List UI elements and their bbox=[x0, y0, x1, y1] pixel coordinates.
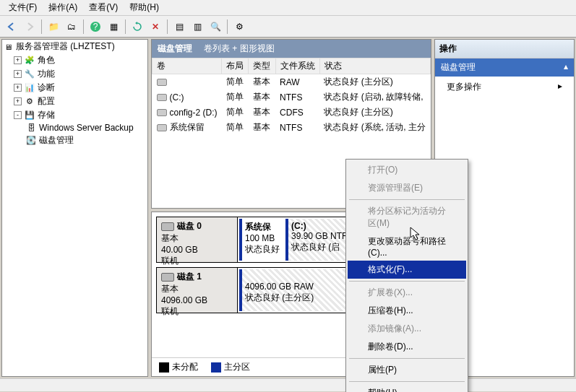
col-fs[interactable]: 文件系统 bbox=[275, 58, 319, 74]
col-status[interactable]: 状态 bbox=[319, 58, 430, 74]
collapse-arrow-icon: ▴ bbox=[564, 61, 568, 74]
tree-root[interactable]: 🖥 服务器管理器 (LHZTEST) bbox=[2, 40, 147, 53]
forward-button[interactable] bbox=[21, 18, 38, 35]
cm-mirror[interactable]: 添加镜像(A)... bbox=[348, 320, 466, 338]
cm-props[interactable]: 属性(P) bbox=[348, 361, 466, 379]
actions-header: 操作 bbox=[435, 40, 574, 58]
col-type[interactable]: 类型 bbox=[249, 58, 275, 74]
refresh-button[interactable] bbox=[129, 18, 146, 35]
cm-shrink[interactable]: 压缩卷(H)... bbox=[348, 302, 466, 320]
tree-storage[interactable]: -💾存储 bbox=[14, 108, 147, 122]
legend-unalloc: 未分配 bbox=[159, 361, 198, 373]
help-button[interactable]: ? bbox=[87, 18, 104, 35]
cm-markactive[interactable]: 将分区标记为活动分区(M) bbox=[348, 202, 466, 232]
diag-icon: 📊 bbox=[24, 83, 35, 93]
center-header: 磁盘管理 卷列表 + 图形视图 bbox=[152, 40, 431, 58]
expand-icon[interactable]: + bbox=[14, 97, 22, 105]
center-subtitle: 卷列表 + 图形视图 bbox=[204, 43, 275, 55]
menubar: 文件(F) 操作(A) 查看(V) 帮助(H) bbox=[0, 0, 576, 16]
table-header-row: 卷 布局 类型 文件系统 状态 bbox=[152, 58, 431, 74]
cm-extend[interactable]: 扩展卷(X)... bbox=[348, 284, 466, 302]
menu-view[interactable]: 查看(V) bbox=[83, 0, 124, 15]
cm-help[interactable]: 帮助(H) bbox=[348, 384, 466, 392]
cm-changeletter[interactable]: 更改驱动器号和路径(C)... bbox=[348, 232, 466, 261]
tree-backup[interactable]: 🗄Windows Server Backup bbox=[25, 122, 147, 134]
menu-help[interactable]: 帮助(H) bbox=[124, 0, 165, 15]
col-layout[interactable]: 布局 bbox=[222, 58, 249, 74]
collapse-icon[interactable]: - bbox=[14, 111, 22, 119]
show-hide-button[interactable]: 🗂 bbox=[63, 18, 80, 35]
delete-button[interactable]: ✕ bbox=[147, 18, 164, 35]
table-row[interactable]: 简单基本RAW状态良好 (主分区) bbox=[152, 74, 431, 90]
expand-icon[interactable]: + bbox=[14, 84, 22, 92]
list-button[interactable]: ▤ bbox=[171, 18, 188, 35]
tree-features[interactable]: +🔧功能 bbox=[14, 67, 147, 81]
back-button[interactable] bbox=[3, 18, 20, 35]
settings-button[interactable]: ⚙ bbox=[231, 18, 248, 35]
backup-icon: 🗄 bbox=[25, 123, 37, 133]
cm-format[interactable]: 格式化(F)... bbox=[348, 261, 466, 279]
partition-box[interactable]: 系统保100 MB状态良好 bbox=[239, 219, 283, 261]
table-row[interactable]: (C:)简单基本NTFS状态良好 (启动, 故障转储, bbox=[152, 90, 431, 105]
properties-button[interactable]: ▦ bbox=[105, 18, 122, 35]
center-title: 磁盘管理 bbox=[158, 43, 192, 55]
tree-diag[interactable]: +📊诊断 bbox=[14, 81, 147, 95]
context-menu: 打开(O) 资源管理器(E) 将分区标记为活动分区(M) 更改驱动器号和路径(C… bbox=[345, 159, 468, 392]
roles-icon: 🧩 bbox=[24, 56, 35, 66]
tree-roles[interactable]: +🧩角色 bbox=[14, 53, 147, 67]
cm-open[interactable]: 打开(O) bbox=[348, 161, 466, 179]
server-icon: 🖥 bbox=[2, 42, 14, 52]
cm-delete[interactable]: 删除卷(D)... bbox=[348, 338, 466, 356]
col-vol[interactable]: 卷 bbox=[152, 58, 222, 74]
expand-icon[interactable]: + bbox=[14, 70, 22, 78]
detail-button[interactable]: ▥ bbox=[189, 18, 206, 35]
legend-primary: 主分区 bbox=[211, 361, 250, 373]
actions-more[interactable]: 更多操作▸ bbox=[435, 77, 574, 97]
table-row[interactable]: 系统保留简单基本NTFS状态良好 (系统, 活动, 主分 bbox=[152, 120, 431, 135]
tree-config[interactable]: +⚙配置 bbox=[14, 95, 147, 108]
tree-root-label: 服务器管理器 (LHZTEST) bbox=[16, 40, 115, 53]
cm-explorer[interactable]: 资源管理器(E) bbox=[348, 179, 466, 197]
expand-icon[interactable]: + bbox=[14, 56, 22, 64]
find-button[interactable]: 🔍 bbox=[207, 18, 224, 35]
up-button[interactable]: 📁 bbox=[45, 18, 62, 35]
diskmgmt-icon: 💽 bbox=[25, 136, 37, 146]
table-row[interactable]: config-2 (D:)简单基本CDFS状态良好 (主分区) bbox=[152, 105, 431, 120]
actions-section[interactable]: 磁盘管理▴ bbox=[435, 58, 574, 77]
storage-icon: 💾 bbox=[24, 110, 35, 121]
menu-action[interactable]: 操作(A) bbox=[43, 0, 83, 15]
toolbar: 📁 🗂 ? ▦ ✕ ▤ ▥ 🔍 ⚙ bbox=[0, 16, 576, 38]
tree-pane: 🖥 服务器管理器 (LHZTEST) +🧩角色 +🔧功能 +📊诊断 +⚙配置 -… bbox=[1, 39, 148, 377]
tree-diskmgmt[interactable]: 💽磁盘管理 bbox=[25, 134, 147, 147]
config-icon: ⚙ bbox=[24, 97, 35, 107]
menu-file[interactable]: 文件(F) bbox=[3, 0, 43, 15]
statusbar bbox=[0, 378, 576, 391]
chevron-right-icon: ▸ bbox=[558, 81, 562, 93]
features-icon: 🔧 bbox=[24, 69, 35, 79]
